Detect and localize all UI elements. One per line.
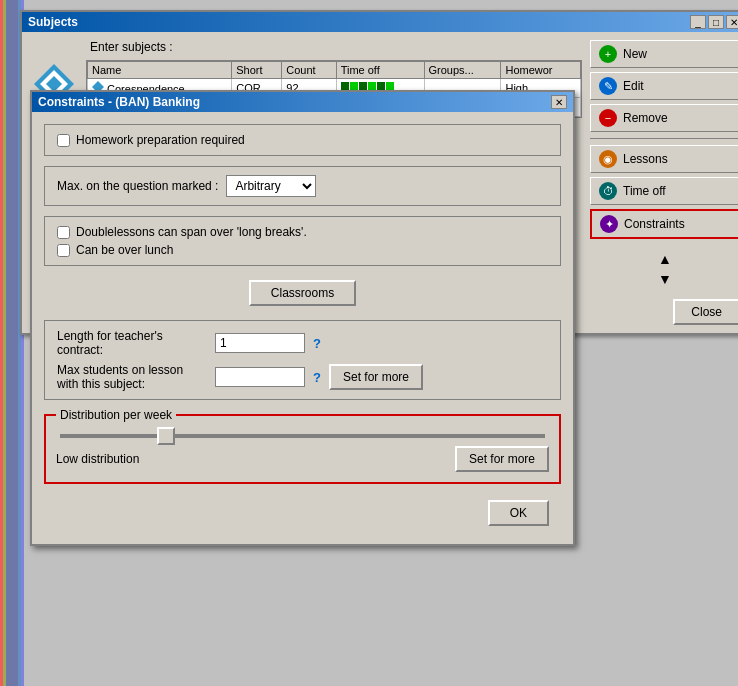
max-question-label: Max. on the question marked : [57,179,218,193]
homework-checkbox-row: Homework preparation required [57,133,548,147]
max-question-row: Max. on the question marked : Arbitrary … [57,175,548,197]
lessons-button[interactable]: ◉ Lessons [590,145,738,173]
max-question-section: Max. on the question marked : Arbitrary … [44,166,561,206]
over-lunch-checkbox[interactable] [57,244,70,257]
constraints-icon: ✦ [600,215,618,233]
subjects-window-title: Subjects [28,15,78,29]
remove-button[interactable]: − Remove [590,104,738,132]
teacher-contract-label: Length for teacher's contract: [57,329,207,357]
col-groups[interactable]: Groups... [424,62,501,79]
slider-container [56,434,549,438]
time-off-button[interactable]: ⏱ Time off [590,177,738,205]
teacher-contract-input[interactable] [215,333,305,353]
remove-icon: − [599,109,617,127]
right-panel: + New ✎ Edit − Remove ◉ Lessons ⏱ Time o… [590,40,738,325]
ok-button[interactable]: OK [488,500,549,526]
double-lessons-checkbox[interactable] [57,226,70,239]
max-students-set-for-more-button[interactable]: Set for more [329,364,423,390]
max-students-input[interactable] [215,367,305,387]
classrooms-button[interactable]: Classrooms [249,280,356,306]
nav-arrows: ▲ ▼ [590,251,738,287]
new-button[interactable]: + New [590,40,738,68]
homework-checkbox[interactable] [57,134,70,147]
homework-label: Homework preparation required [76,133,245,147]
maximize-button[interactable]: □ [708,15,724,29]
distribution-section: Distribution per week Low distribution S… [44,414,561,484]
lessons-icon: ◉ [599,150,617,168]
double-lessons-section: Doublelessons can span over 'long breaks… [44,216,561,266]
edit-icon: ✎ [599,77,617,95]
max-students-row: Max students on lesson with this subject… [57,363,548,391]
constraints-modal: Constraints - (BAN) Banking ✕ Homework p… [30,90,575,546]
over-lunch-label: Can be over lunch [76,243,173,257]
teacher-help-icon[interactable]: ? [313,336,321,351]
col-count[interactable]: Count [282,62,336,79]
minimize-button[interactable]: _ [690,15,706,29]
close-button[interactable]: Close [673,299,738,325]
col-homework[interactable]: Homewor [501,62,581,79]
constraints-button[interactable]: ✦ Constraints [590,209,738,239]
separator [590,138,738,139]
slider-track [60,434,545,438]
edit-button[interactable]: ✎ Edit [590,72,738,100]
low-distribution-label: Low distribution [56,452,139,466]
new-icon: + [599,45,617,63]
double-lessons-row: Doublelessons can span over 'long breaks… [57,225,548,239]
enter-subjects-label: Enter subjects : [90,40,582,54]
distribution-set-for-more-button[interactable]: Set for more [455,446,549,472]
col-timeoff[interactable]: Time off [336,62,424,79]
ok-row: OK [44,494,561,532]
teacher-fields-section: Length for teacher's contract: ? Max stu… [44,320,561,400]
close-window-button[interactable]: ✕ [726,15,738,29]
teacher-contract-row: Length for teacher's contract: ? [57,329,548,357]
col-short[interactable]: Short [232,62,282,79]
distribution-footer: Low distribution Set for more [56,446,549,472]
homework-section: Homework preparation required [44,124,561,156]
time-off-icon: ⏱ [599,182,617,200]
subjects-title-bar: Subjects _ □ ✕ [22,12,738,32]
max-students-help-icon[interactable]: ? [313,370,321,385]
constraints-modal-title-bar: Constraints - (BAN) Banking ✕ [32,92,573,112]
distribution-slider-thumb[interactable] [157,427,175,445]
constraints-modal-close-button[interactable]: ✕ [551,95,567,109]
classrooms-section: Classrooms [44,276,561,310]
max-question-select[interactable]: Arbitrary 1 2 3 [226,175,316,197]
lunch-row: Can be over lunch [57,243,548,257]
col-name[interactable]: Name [88,62,232,79]
up-arrow-button[interactable]: ▲ [658,251,672,267]
constraints-modal-title: Constraints - (BAN) Banking [38,95,200,109]
max-students-label: Max students on lesson with this subject… [57,363,207,391]
down-arrow-button[interactable]: ▼ [658,271,672,287]
double-lessons-label: Doublelessons can span over 'long breaks… [76,225,307,239]
distribution-legend: Distribution per week [56,408,176,422]
constraints-modal-body: Homework preparation required Max. on th… [32,112,573,544]
